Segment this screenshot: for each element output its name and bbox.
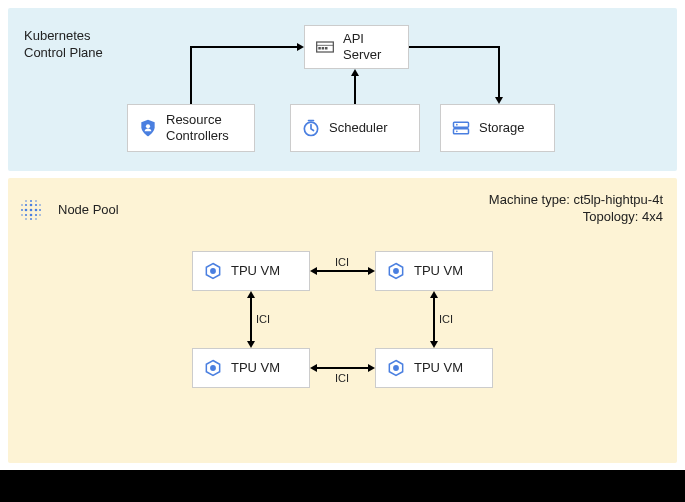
svg-point-16 — [25, 204, 27, 206]
svg-point-27 — [39, 214, 41, 216]
arrow-api-storage-h — [409, 46, 499, 48]
ici-top-head-l — [310, 267, 317, 275]
scheduler-label: Scheduler — [329, 120, 388, 136]
ici-left-line — [250, 298, 252, 341]
svg-point-30 — [25, 218, 27, 220]
svg-point-32 — [210, 268, 216, 274]
svg-point-17 — [35, 204, 37, 206]
arrow-sched-api — [354, 76, 356, 104]
svg-point-35 — [393, 365, 399, 371]
ici-bottom-line — [317, 367, 368, 369]
svg-point-24 — [21, 204, 23, 206]
svg-point-9 — [456, 124, 458, 126]
svg-point-13 — [35, 209, 38, 212]
svg-point-34 — [210, 365, 216, 371]
ici-label-right: ICI — [439, 313, 453, 325]
resource-controllers-label: Resource Controllers — [166, 112, 229, 145]
api-server-label: API Server — [343, 31, 381, 64]
svg-rect-3 — [322, 47, 325, 50]
svg-point-5 — [146, 124, 150, 128]
clock-icon — [301, 118, 321, 138]
storage-box: Storage — [440, 104, 555, 152]
node-pool-title: Node Pool — [58, 202, 119, 219]
control-plane-title-line1: Kubernetes — [24, 28, 103, 45]
svg-point-31 — [35, 218, 37, 220]
ici-right-line — [433, 298, 435, 341]
arrow-rc-api-h — [190, 46, 297, 48]
tpu-chip-icon — [203, 261, 223, 281]
ici-right-head-u — [430, 291, 438, 298]
arrow-rc-api-head — [297, 43, 304, 51]
api-server-icon — [315, 37, 335, 57]
arrow-api-storage-v — [498, 46, 500, 97]
svg-point-25 — [21, 214, 23, 216]
tpu-vm-4: TPU VM — [375, 348, 493, 388]
control-plane-title-line2: Control Plane — [24, 45, 103, 62]
node-pool-meta: Machine type: ct5lp-hightpu-4t Topology:… — [489, 192, 663, 226]
svg-point-22 — [30, 200, 32, 202]
bottom-bar — [0, 470, 685, 502]
tpu-vm-3: TPU VM — [192, 348, 310, 388]
svg-point-29 — [35, 200, 37, 202]
ici-label-bottom: ICI — [335, 372, 349, 384]
svg-rect-4 — [325, 47, 328, 50]
arrow-sched-api-head — [351, 69, 359, 76]
svg-point-26 — [39, 204, 41, 206]
svg-point-19 — [35, 214, 37, 216]
node-pool-icon — [17, 196, 45, 224]
control-plane-title: Kubernetes Control Plane — [24, 28, 103, 62]
tpu-chip-icon — [203, 358, 223, 378]
ici-bottom-head-r — [368, 364, 375, 372]
svg-point-20 — [21, 209, 23, 211]
svg-point-33 — [393, 268, 399, 274]
svg-point-23 — [30, 218, 32, 220]
tpu-vm-1: TPU VM — [192, 251, 310, 291]
tpu-vm-label: TPU VM — [231, 360, 280, 376]
ici-top-line — [317, 270, 368, 272]
machine-type-label: Machine type: ct5lp-hightpu-4t — [489, 192, 663, 209]
tpu-chip-icon — [386, 358, 406, 378]
svg-point-21 — [39, 209, 41, 211]
ici-bottom-head-l — [310, 364, 317, 372]
svg-point-18 — [25, 214, 27, 216]
tpu-vm-label: TPU VM — [414, 263, 463, 279]
resource-controllers-box: Resource Controllers — [127, 104, 255, 152]
shield-user-icon — [138, 118, 158, 138]
ici-left-head-d — [247, 341, 255, 348]
topology-label: Topology: 4x4 — [489, 209, 663, 226]
ici-left-head-u — [247, 291, 255, 298]
svg-point-10 — [456, 131, 458, 133]
tpu-chip-icon — [386, 261, 406, 281]
arrow-rc-api-v — [190, 47, 192, 104]
ici-right-head-d — [430, 341, 438, 348]
tpu-vm-2: TPU VM — [375, 251, 493, 291]
svg-point-11 — [30, 209, 33, 212]
arrow-api-storage-head — [495, 97, 503, 104]
svg-point-14 — [30, 204, 33, 207]
ici-top-head-r — [368, 267, 375, 275]
tpu-vm-label: TPU VM — [231, 263, 280, 279]
api-server-box: API Server — [304, 25, 409, 69]
svg-rect-7 — [454, 122, 469, 127]
tpu-vm-label: TPU VM — [414, 360, 463, 376]
svg-point-28 — [25, 200, 27, 202]
svg-rect-8 — [454, 129, 469, 134]
storage-label: Storage — [479, 120, 525, 136]
svg-rect-2 — [318, 47, 321, 50]
scheduler-box: Scheduler — [290, 104, 420, 152]
ici-label-left: ICI — [256, 313, 270, 325]
storage-icon — [451, 118, 471, 138]
svg-point-12 — [25, 209, 28, 212]
svg-point-15 — [30, 214, 33, 217]
ici-label-top: ICI — [335, 256, 349, 268]
